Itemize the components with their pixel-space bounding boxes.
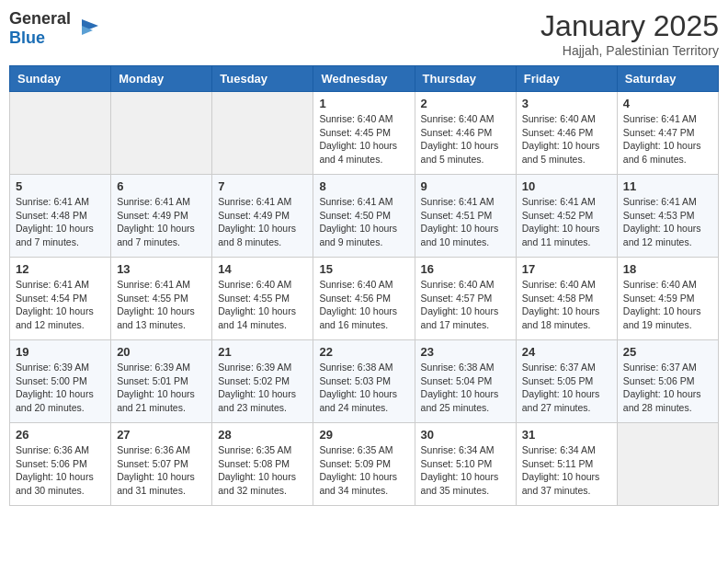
day-number: 2	[421, 97, 510, 110]
week-row-5: 26Sunrise: 6:36 AM Sunset: 5:06 PM Dayli…	[10, 423, 719, 506]
day-info: Sunrise: 6:41 AM Sunset: 4:55 PM Dayligh…	[117, 278, 206, 332]
day-info: Sunrise: 6:34 AM Sunset: 5:11 PM Dayligh…	[522, 443, 611, 498]
weekday-header-thursday: Thursday	[415, 66, 516, 92]
day-info: Sunrise: 6:41 AM Sunset: 4:51 PM Dayligh…	[421, 195, 510, 249]
day-number: 6	[117, 179, 206, 193]
day-info: Sunrise: 6:41 AM Sunset: 4:49 PM Dayligh…	[117, 195, 206, 249]
day-number: 25	[623, 345, 712, 359]
calendar-cell: 1Sunrise: 6:40 AM Sunset: 4:45 PM Daylig…	[313, 92, 415, 175]
week-row-2: 5Sunrise: 6:41 AM Sunset: 4:48 PM Daylig…	[10, 175, 719, 258]
day-number: 16	[421, 262, 510, 276]
calendar-cell: 21Sunrise: 6:39 AM Sunset: 5:02 PM Dayli…	[212, 340, 313, 423]
day-number: 30	[421, 428, 510, 442]
calendar-cell: 31Sunrise: 6:34 AM Sunset: 5:11 PM Dayli…	[516, 423, 617, 506]
day-info: Sunrise: 6:38 AM Sunset: 5:03 PM Dayligh…	[319, 361, 408, 415]
day-number: 10	[522, 179, 611, 193]
day-number: 3	[522, 97, 611, 110]
day-number: 28	[218, 428, 307, 442]
day-number: 11	[623, 179, 712, 193]
weekday-header-tuesday: Tuesday	[212, 66, 313, 92]
calendar-cell	[10, 92, 111, 175]
calendar-table: SundayMondayTuesdayWednesdayThursdayFrid…	[9, 65, 719, 506]
calendar-cell: 3Sunrise: 6:40 AM Sunset: 4:46 PM Daylig…	[516, 92, 617, 175]
calendar-cell: 7Sunrise: 6:41 AM Sunset: 4:49 PM Daylig…	[212, 175, 313, 258]
title-area: January 2025 Hajjah, Palestinian Territo…	[540, 9, 719, 58]
day-number: 7	[218, 179, 307, 193]
calendar-cell: 20Sunrise: 6:39 AM Sunset: 5:01 PM Dayli…	[111, 340, 212, 423]
calendar-cell: 26Sunrise: 6:36 AM Sunset: 5:06 PM Dayli…	[10, 423, 111, 506]
calendar-cell	[617, 423, 718, 506]
day-number: 5	[16, 179, 105, 193]
day-number: 1	[319, 97, 408, 110]
month-title: January 2025	[540, 9, 719, 43]
day-info: Sunrise: 6:35 AM Sunset: 5:09 PM Dayligh…	[319, 443, 408, 498]
day-info: Sunrise: 6:37 AM Sunset: 5:06 PM Dayligh…	[623, 361, 712, 415]
calendar-cell: 12Sunrise: 6:41 AM Sunset: 4:54 PM Dayli…	[10, 258, 111, 340]
calendar-cell: 10Sunrise: 6:41 AM Sunset: 4:52 PM Dayli…	[516, 175, 617, 258]
day-info: Sunrise: 6:40 AM Sunset: 4:46 PM Dayligh…	[421, 112, 510, 167]
weekday-header-sunday: Sunday	[10, 66, 111, 92]
logo-icon	[73, 15, 100, 42]
calendar-cell: 2Sunrise: 6:40 AM Sunset: 4:46 PM Daylig…	[415, 92, 516, 175]
calendar-cell	[111, 92, 212, 175]
day-info: Sunrise: 6:36 AM Sunset: 5:06 PM Dayligh…	[16, 443, 105, 498]
day-info: Sunrise: 6:35 AM Sunset: 5:08 PM Dayligh…	[218, 443, 307, 498]
week-row-1: 1Sunrise: 6:40 AM Sunset: 4:45 PM Daylig…	[10, 92, 719, 175]
day-number: 23	[421, 345, 510, 359]
day-info: Sunrise: 6:40 AM Sunset: 4:57 PM Dayligh…	[421, 278, 510, 332]
calendar-cell: 19Sunrise: 6:39 AM Sunset: 5:00 PM Dayli…	[10, 340, 111, 423]
day-number: 14	[218, 262, 307, 276]
day-number: 18	[623, 262, 712, 276]
day-info: Sunrise: 6:40 AM Sunset: 4:55 PM Dayligh…	[218, 278, 307, 332]
day-info: Sunrise: 6:41 AM Sunset: 4:50 PM Dayligh…	[319, 195, 408, 249]
logo-text: General Blue	[9, 9, 71, 48]
day-info: Sunrise: 6:39 AM Sunset: 5:01 PM Dayligh…	[117, 361, 206, 415]
day-info: Sunrise: 6:40 AM Sunset: 4:59 PM Dayligh…	[623, 278, 712, 332]
day-number: 19	[16, 345, 105, 359]
calendar-cell	[212, 92, 313, 175]
day-number: 15	[319, 262, 408, 276]
day-number: 27	[117, 428, 206, 442]
day-info: Sunrise: 6:40 AM Sunset: 4:56 PM Dayligh…	[319, 278, 408, 332]
calendar-cell: 9Sunrise: 6:41 AM Sunset: 4:51 PM Daylig…	[415, 175, 516, 258]
calendar-cell: 17Sunrise: 6:40 AM Sunset: 4:58 PM Dayli…	[516, 258, 617, 340]
day-number: 20	[117, 345, 206, 359]
day-info: Sunrise: 6:40 AM Sunset: 4:58 PM Dayligh…	[522, 278, 611, 332]
weekday-header-saturday: Saturday	[617, 66, 718, 92]
day-number: 24	[522, 345, 611, 359]
day-info: Sunrise: 6:40 AM Sunset: 4:45 PM Dayligh…	[319, 112, 408, 167]
calendar-cell: 24Sunrise: 6:37 AM Sunset: 5:05 PM Dayli…	[516, 340, 617, 423]
day-number: 9	[421, 179, 510, 193]
calendar-cell: 25Sunrise: 6:37 AM Sunset: 5:06 PM Dayli…	[617, 340, 718, 423]
calendar-cell: 6Sunrise: 6:41 AM Sunset: 4:49 PM Daylig…	[111, 175, 212, 258]
day-info: Sunrise: 6:41 AM Sunset: 4:48 PM Dayligh…	[16, 195, 105, 249]
calendar-cell: 4Sunrise: 6:41 AM Sunset: 4:47 PM Daylig…	[617, 92, 718, 175]
calendar-cell: 29Sunrise: 6:35 AM Sunset: 5:09 PM Dayli…	[313, 423, 415, 506]
logo-general: General	[9, 9, 71, 28]
calendar-cell: 18Sunrise: 6:40 AM Sunset: 4:59 PM Dayli…	[617, 258, 718, 340]
calendar-cell: 16Sunrise: 6:40 AM Sunset: 4:57 PM Dayli…	[415, 258, 516, 340]
day-info: Sunrise: 6:41 AM Sunset: 4:47 PM Dayligh…	[623, 112, 712, 167]
day-number: 29	[319, 428, 408, 442]
week-row-4: 19Sunrise: 6:39 AM Sunset: 5:00 PM Dayli…	[10, 340, 719, 423]
calendar-cell: 27Sunrise: 6:36 AM Sunset: 5:07 PM Dayli…	[111, 423, 212, 506]
day-info: Sunrise: 6:37 AM Sunset: 5:05 PM Dayligh…	[522, 361, 611, 415]
day-number: 4	[623, 97, 712, 110]
calendar-cell: 28Sunrise: 6:35 AM Sunset: 5:08 PM Dayli…	[212, 423, 313, 506]
calendar-cell: 14Sunrise: 6:40 AM Sunset: 4:55 PM Dayli…	[212, 258, 313, 340]
calendar-cell: 8Sunrise: 6:41 AM Sunset: 4:50 PM Daylig…	[313, 175, 415, 258]
day-info: Sunrise: 6:39 AM Sunset: 5:02 PM Dayligh…	[218, 361, 307, 415]
location-subtitle: Hajjah, Palestinian Territory	[540, 43, 719, 58]
week-row-3: 12Sunrise: 6:41 AM Sunset: 4:54 PM Dayli…	[10, 258, 719, 340]
day-number: 13	[117, 262, 206, 276]
day-number: 17	[522, 262, 611, 276]
day-number: 22	[319, 345, 408, 359]
day-number: 26	[16, 428, 105, 442]
page-header: General Blue January 2025 Hajjah, Palest…	[9, 9, 719, 58]
calendar-cell: 5Sunrise: 6:41 AM Sunset: 4:48 PM Daylig…	[10, 175, 111, 258]
day-info: Sunrise: 6:34 AM Sunset: 5:10 PM Dayligh…	[421, 443, 510, 498]
calendar-cell: 30Sunrise: 6:34 AM Sunset: 5:10 PM Dayli…	[415, 423, 516, 506]
calendar-cell: 11Sunrise: 6:41 AM Sunset: 4:53 PM Dayli…	[617, 175, 718, 258]
day-number: 31	[522, 428, 611, 442]
day-number: 12	[16, 262, 105, 276]
